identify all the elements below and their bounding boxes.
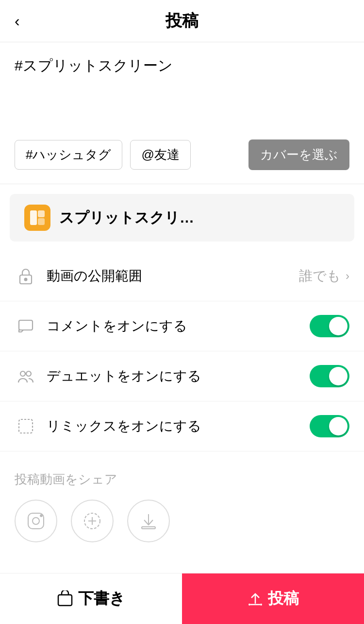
share-section: 投稿動画をシェア (0, 456, 364, 552)
svg-rect-1 (38, 210, 45, 217)
instagram-share-button[interactable] (15, 500, 57, 542)
share-label: 投稿動画をシェア (15, 471, 349, 488)
duet-row: デュエットをオンにする (0, 351, 364, 401)
draft-label: 下書き (78, 588, 125, 609)
visibility-label: 動画の公開範囲 (47, 267, 299, 285)
svg-rect-5 (19, 320, 33, 330)
svg-point-18 (260, 604, 262, 606)
post-label: 投稿 (268, 588, 299, 609)
svg-point-4 (25, 278, 27, 281)
header: ‹ 投稿 (0, 0, 364, 42)
back-button[interactable]: ‹ (15, 12, 20, 30)
settings-section: 動画の公開範囲 誰でも › コメントをオンにする デュエッ (0, 246, 364, 456)
svg-point-11 (40, 515, 42, 517)
remix-label: リミックスをオンにする (47, 417, 310, 435)
caption-text: #スプリットスクリーン (15, 57, 173, 73)
remix-row: リミックスをオンにする (0, 401, 364, 451)
svg-point-17 (248, 604, 250, 606)
page-title: 投稿 (165, 10, 199, 32)
svg-point-7 (26, 371, 31, 376)
comments-label: コメントをオンにする (47, 317, 310, 335)
bottom-bar: 下書き 投稿 (0, 573, 364, 624)
svg-rect-15 (142, 527, 155, 529)
duet-icon (15, 365, 37, 387)
comment-icon (15, 315, 37, 337)
share-icons (15, 500, 349, 542)
tag-row: #ハッシュタグ @友達 カバーを選ぶ (0, 139, 364, 184)
svg-point-6 (20, 371, 25, 376)
hashtag-button[interactable]: #ハッシュタグ (15, 140, 122, 170)
draft-icon (57, 590, 73, 607)
visibility-value: 誰でも (299, 267, 341, 285)
draft-button[interactable]: 下書き (0, 573, 182, 624)
svg-rect-8 (19, 419, 33, 433)
app-row: スプリットスクリ… (10, 194, 354, 242)
svg-point-10 (33, 518, 39, 524)
add-share-button[interactable] (71, 500, 114, 542)
caption-area[interactable]: #スプリットスクリーン (0, 42, 364, 139)
app-icon (24, 205, 50, 231)
divider-1 (0, 184, 364, 184)
remix-toggle[interactable] (310, 415, 349, 437)
download-share-button[interactable] (127, 500, 170, 542)
visibility-row[interactable]: 動画の公開範囲 誰でも › (0, 251, 364, 301)
remix-icon (15, 415, 37, 437)
lock-icon (15, 265, 37, 287)
post-icon (248, 591, 263, 607)
svg-rect-0 (30, 210, 37, 225)
duet-label: デュエットをオンにする (47, 367, 310, 385)
duet-toggle[interactable] (310, 365, 349, 387)
mention-button[interactable]: @友達 (130, 140, 190, 170)
svg-rect-2 (38, 218, 45, 225)
chevron-icon: › (346, 269, 349, 283)
comments-toggle[interactable] (310, 315, 349, 337)
comments-row: コメントをオンにする (0, 301, 364, 351)
post-button[interactable]: 投稿 (182, 573, 364, 624)
svg-rect-16 (58, 595, 72, 606)
cover-button[interactable]: カバーを選ぶ (248, 139, 349, 170)
app-name: スプリットスクリ… (59, 208, 194, 228)
